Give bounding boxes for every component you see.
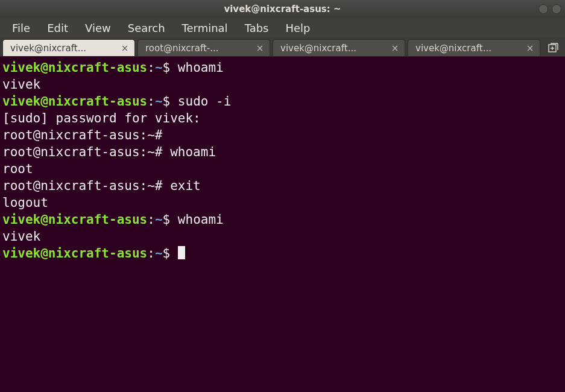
close-icon[interactable]: × <box>255 43 265 54</box>
window-titlebar: vivek@nixcraft-asus: ~ <box>0 0 565 18</box>
terminal-line: vivek@nixcraft-asus:~$ <box>2 245 563 262</box>
menu-edit[interactable]: Edit <box>39 19 77 37</box>
menu-view[interactable]: View <box>77 19 119 37</box>
window-title: vivek@nixcraft-asus: ~ <box>224 4 341 14</box>
terminal-line: root <box>2 160 563 177</box>
close-icon[interactable]: × <box>390 43 400 54</box>
menu-file[interactable]: File <box>4 19 39 37</box>
tab-label: vivek@nixcraft... <box>415 43 525 54</box>
terminal-output-area[interactable]: vivek@nixcraft-asus:~$ whoamivivekvivek@… <box>0 57 565 264</box>
maximize-icon[interactable] <box>552 4 561 14</box>
cursor-block <box>178 246 185 259</box>
menu-bar: File Edit View Search Terminal Tabs Help <box>0 18 565 37</box>
terminal-line: vivek <box>2 76 563 93</box>
terminal-line: vivek@nixcraft-asus:~$ whoami <box>2 59 563 76</box>
menu-terminal[interactable]: Terminal <box>174 19 236 37</box>
close-icon[interactable]: × <box>525 43 535 54</box>
new-tab-button[interactable] <box>546 40 561 56</box>
minimize-icon[interactable] <box>538 4 548 14</box>
menu-help[interactable]: Help <box>277 19 318 37</box>
tab-label: root@nixcraft-... <box>145 43 255 54</box>
terminal-tab-4[interactable]: vivek@nixcraft... × <box>408 39 540 56</box>
menu-tabs[interactable]: Tabs <box>236 19 277 37</box>
terminal-line: root@nixcraft-asus:~# <box>2 127 563 144</box>
window-controls <box>538 4 561 14</box>
terminal-line: vivek@nixcraft-asus:~$ whoami <box>2 211 563 228</box>
tab-bar: vivek@nixcraft... × root@nixcraft-... × … <box>0 37 565 57</box>
close-icon[interactable]: × <box>120 43 130 54</box>
terminal-line: vivek <box>2 228 563 245</box>
terminal-line: root@nixcraft-asus:~# exit <box>2 177 563 194</box>
terminal-line: [sudo] password for vivek: <box>2 110 563 127</box>
menu-search[interactable]: Search <box>119 19 174 37</box>
terminal-line: logout <box>2 194 563 211</box>
terminal-tab-3[interactable]: vivek@nixcraft... × <box>273 39 405 56</box>
terminal-line: vivek@nixcraft-asus:~$ sudo -i <box>2 93 563 110</box>
new-tab-icon <box>548 43 559 54</box>
terminal-tab-1[interactable]: vivek@nixcraft... × <box>2 39 135 56</box>
tab-label: vivek@nixcraft... <box>280 43 390 54</box>
terminal-line: root@nixcraft-asus:~# whoami <box>2 144 563 160</box>
terminal-tab-2[interactable]: root@nixcraft-... × <box>137 39 270 56</box>
tab-label: vivek@nixcraft... <box>10 43 120 54</box>
